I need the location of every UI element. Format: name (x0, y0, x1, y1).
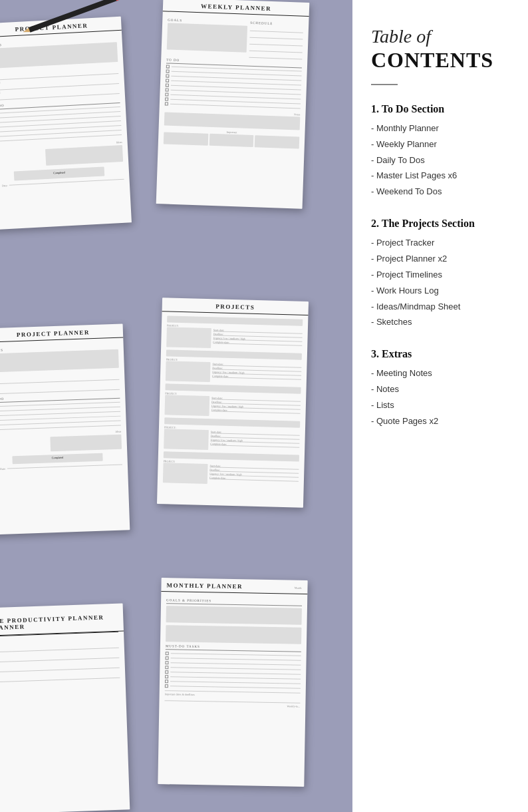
toc-item-2-5: - Ideas/Mindmap Sheet (371, 302, 512, 313)
toc-item-2-1: - Project Tracker (371, 238, 512, 249)
section-1-title: To Do Section (382, 103, 445, 114)
section-2-heading: 2. The Projects Section (371, 217, 512, 231)
toc-section-2: 2. The Projects Section - Project Tracke… (371, 214, 512, 333)
toc-item-1-3: - Daily To Dos (371, 155, 512, 166)
left-panel: PROJECT PLANNER NOTES Project: Start dat… (0, 0, 352, 812)
toc-item-2-6: - Sketches (371, 317, 512, 328)
section-2-title: The Projects Section (382, 218, 475, 229)
toc-title-bold: CONTENTS (371, 49, 512, 72)
monthly-planner-page: MONTHLY PLANNER Month: GOALS & PRIORITIE… (158, 578, 307, 787)
section-1-number: 1. (371, 103, 379, 114)
projects-page: PROJECTS PROJECT: Start-date: Deadline: … (157, 298, 309, 508)
toc-title-area: Table of CONTENTS (371, 27, 512, 72)
right-panel: Table of CONTENTS 1. To Do Section - Mon… (352, 0, 528, 812)
section-2-number: 2. (371, 218, 379, 229)
section-3-title: Extras (382, 348, 412, 359)
projects-title: PROJECTS (168, 302, 303, 311)
toc-item-3-4: - Quote Pages x2 (371, 416, 512, 427)
weekly-planner-page: WEEKLY PLANNER GOALS SCHEDULE (156, 0, 310, 209)
project-planner-page-mid: PROJECT PLANNER NOTES date: dline: TO DO… (0, 323, 130, 534)
section-3-heading: 3. Extras (371, 347, 512, 361)
toc-item-3-3: - Lists (371, 400, 512, 411)
toc-item-1-5: - Weekend To Dos (371, 186, 512, 198)
section-1-heading: 1. To Do Section (371, 102, 512, 116)
toc-title-italic: Table of (371, 27, 512, 47)
toc-item-2-4: - Work Hours Log (371, 286, 512, 297)
toc-section-3: 3. Extras - Meeting Notes - Notes - List… (371, 345, 512, 431)
project-planner-page-top: PROJECT PLANNER NOTES Project: Start dat… (0, 17, 132, 230)
completed-label: Completed (14, 166, 104, 176)
toc-item-1-2: - Weekly Planner (371, 139, 512, 150)
section-3-number: 3. (371, 348, 379, 359)
toc-item-2-2: - Project Planner x2 (371, 254, 512, 265)
weekly-planner-title: WEEKLY PLANNER (168, 2, 304, 13)
toc-divider (371, 84, 398, 85)
toc-item-2-3: - Project Timelines (371, 270, 512, 281)
monthly-planner-title: MONTHLY PLANNER (166, 582, 243, 590)
project-planner-title-mid: PROJECT PLANNER (0, 328, 118, 339)
toc-item-3-2: - Notes (371, 384, 512, 395)
toc-item-3-1: - Meeting Notes (371, 368, 512, 379)
toc-section-1: 1. To Do Section - Monthly Planner - Wee… (371, 100, 512, 202)
productivity-planner-page: the the PRODUCTIVITY PLANNER PLANNER Nam… (0, 603, 130, 812)
toc-item-1-4: - Master List Pages x6 (371, 170, 512, 182)
toc-item-1-1: - Monthly Planner (371, 123, 512, 134)
